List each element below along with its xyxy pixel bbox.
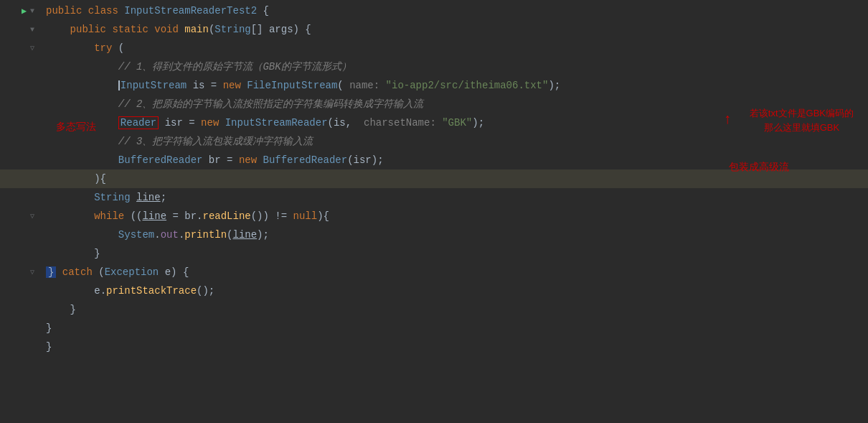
code-content: e.printStackTrace(); <box>43 285 868 297</box>
code-line: ▽ while ((line = br.readLine()) != null)… <box>0 207 868 226</box>
code-line: } <box>0 300 868 319</box>
code-content: while ((line = br.readLine()) != null){ <box>43 210 868 222</box>
reader-box: Reader <box>118 116 159 129</box>
code-content: Reader isr = new InputStreamReader(is, c… <box>43 116 868 129</box>
code-line: String line; <box>0 188 868 207</box>
code-content: InputStream is = new FileInputStream( na… <box>43 80 868 91</box>
code-content: try ( <box>43 42 868 54</box>
code-line: // 3、把字符输入流包装成缓冲字符输入流 <box>0 132 868 151</box>
code-line: ▼ public static void main(String[] args)… <box>0 20 868 39</box>
gutter: ▽ <box>0 44 43 52</box>
code-content: } <box>43 322 868 334</box>
code-line: ▶ ▼ public class InputStreamReaderTest2 … <box>0 1 868 20</box>
code-line: } <box>0 319 868 338</box>
code-content: System.out.println(line); <box>43 229 868 241</box>
code-content: // 2、把原始的字节输入流按照指定的字符集编码转换成字符输入流 <box>43 98 868 111</box>
gutter: ▽ <box>0 212 43 220</box>
gutter: ▽ <box>0 268 43 276</box>
code-editor: 多态写法 若该txt文件是GBK编码的 那么这里就填GBK ↑ 包装成高级流 ▶… <box>0 0 868 423</box>
gutter: ▶ ▼ <box>0 6 43 17</box>
code-line: } <box>0 244 868 263</box>
code-content: } catch (Exception e) { <box>43 266 868 278</box>
code-line: ▽ try ( <box>0 39 868 57</box>
code-line: // 1、得到文件的原始字节流（GBK的字节流形式） <box>0 57 868 76</box>
code-content: public static void main(String[] args) { <box>43 24 868 35</box>
annotation-duotai: 多态写法 <box>56 121 96 134</box>
code-content: } <box>43 304 868 315</box>
code-content: // 3、把字符输入流包装成缓冲字符输入流 <box>43 135 868 148</box>
gutter: ▼ <box>0 26 43 34</box>
annotation-wrap: 包装成高级流 <box>729 161 789 174</box>
code-content: public class InputStreamReaderTest2 { <box>43 5 868 17</box>
code-line: // 2、把原始的字节输入流按照指定的字符集编码转换成字符输入流 <box>0 95 868 113</box>
text-cursor <box>118 80 120 90</box>
annotation-arrow: ↑ <box>723 111 732 128</box>
code-line: InputStream is = new FileInputStream( na… <box>0 76 868 95</box>
code-line: e.printStackTrace(); <box>0 282 868 300</box>
code-content: // 1、得到文件的原始字节流（GBK的字节流形式） <box>43 60 868 73</box>
code-content: ){ <box>43 173 868 185</box>
code-line-reader: Reader isr = new InputStreamReader(is, c… <box>0 113 868 132</box>
code-content: String line; <box>43 192 868 203</box>
code-line-catch: ▽ } catch (Exception e) { <box>0 263 868 282</box>
code-content: } <box>43 341 868 353</box>
annotation-gbk: 若该txt文件是GBK编码的 那么这里就填GBK <box>750 106 854 134</box>
code-line: System.out.println(line); <box>0 226 868 244</box>
code-lines: ▶ ▼ public class InputStreamReaderTest2 … <box>0 0 868 356</box>
code-line: } <box>0 338 868 356</box>
code-content: } <box>43 248 868 259</box>
